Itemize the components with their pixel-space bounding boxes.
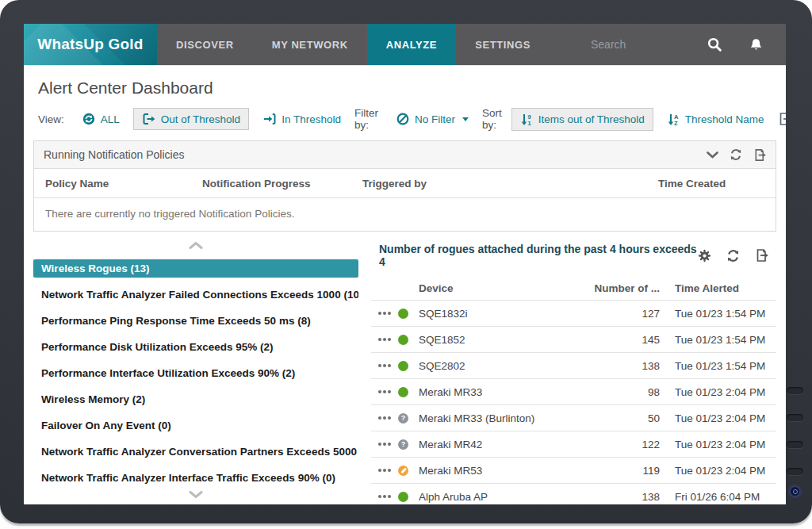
device-status-icon: [398, 439, 408, 450]
device-status-icon: [398, 309, 408, 319]
scroll-down-chevron-icon[interactable]: [33, 489, 358, 500]
view-out-of-threshold-button[interactable]: Out of Threshold: [133, 108, 249, 130]
row-menu-icon[interactable]: [371, 443, 398, 446]
rogue-count: 119: [590, 465, 660, 477]
threshold-list-item-label: Performance Interface Utilization Exceed…: [41, 367, 295, 379]
view-in-threshold-button[interactable]: In Threshold: [254, 108, 350, 130]
table-row[interactable]: Meraki MR53 119 Tue 01/23 2:04 PM: [371, 458, 776, 484]
sort-threshold-name-label: Threshold Name: [685, 113, 764, 125]
device-name: Alph Aruba AP: [419, 491, 590, 503]
arrow-in-icon: [262, 113, 276, 125]
row-menu-icon[interactable]: [371, 469, 398, 472]
page-content: Alert Center Dashboard View: ALL Out of …: [24, 65, 786, 504]
table-row[interactable]: SQE2802 138 Tue 01/23 1:54 PM: [371, 353, 776, 379]
filter-value: No Filter: [415, 113, 455, 125]
whatsup-gold-logo[interactable]: WhatsUp Gold: [24, 24, 157, 65]
threshold-list-item-label: Wireless Rogues (13): [41, 263, 149, 274]
threshold-list-item-label: Network Traffic Analyzer Failed Connecti…: [41, 289, 358, 301]
sort-alpha-icon: AZ: [667, 113, 680, 126]
col-device: Device: [419, 282, 590, 294]
sort-by-label: Sort by:: [482, 107, 502, 131]
threshold-list-item[interactable]: Performance Interface Utilization Exceed…: [33, 364, 358, 382]
export-icon[interactable]: [778, 112, 786, 126]
sort-threshold-name-button[interactable]: AZ Threshold Name: [658, 108, 773, 131]
nav-tab[interactable]: ANALYZE: [367, 24, 456, 65]
row-menu-icon[interactable]: [371, 416, 398, 420]
col-time-alerted: Time Alerted: [660, 282, 776, 294]
nav-tab-label: SETTINGS: [475, 39, 530, 51]
refresh-icon[interactable]: [726, 249, 740, 263]
export-icon[interactable]: [753, 148, 766, 162]
search-icon[interactable]: [685, 24, 744, 65]
nav-tab[interactable]: DISCOVER: [157, 24, 253, 65]
filter-by-label: Filter by:: [354, 107, 378, 131]
table-row[interactable]: Meraki MR33 (Burlinton) 50 Tue 01/23 2:0…: [371, 405, 776, 431]
row-menu-icon[interactable]: [371, 312, 398, 315]
device-name: Meraki MR33 (Burlinton): [419, 412, 590, 424]
filter-dropdown[interactable]: No Filter: [388, 108, 477, 130]
threshold-list-item[interactable]: Network Traffic Analyzer Interface Traff…: [33, 469, 358, 487]
nav-tab-label: DISCOVER: [176, 39, 234, 51]
view-out-of-threshold-label: Out of Threshold: [161, 113, 240, 125]
table-row[interactable]: SQE1852 145 Tue 01/23 1:54 PM: [371, 327, 776, 353]
notifications-bell-icon[interactable]: [744, 24, 786, 65]
table-row[interactable]: SQE1832i 127 Tue 01/23 1:54 PM: [371, 301, 776, 327]
svg-text:Z: Z: [674, 120, 678, 126]
running-policies-header: Running Notification Policies: [34, 141, 776, 169]
collapse-chevron-icon[interactable]: [707, 151, 718, 159]
row-menu-icon[interactable]: [371, 390, 398, 393]
threshold-list-item-label: Failover On Any Event (0): [41, 420, 171, 431]
nav-tab-label: ANALYZE: [386, 39, 437, 51]
monitor-bezel: WhatsUp Gold DISCOVER MY NETWORK ANALYZE…: [0, 0, 812, 523]
time-alerted: Tue 01/23 1:54 PM: [660, 360, 776, 372]
view-in-threshold-label: In Threshold: [282, 113, 341, 125]
rogues-column-headers: Device Number of ... Time Alerted: [371, 276, 776, 301]
gear-icon[interactable]: [698, 249, 711, 263]
threshold-list-item-label: Performance Disk Utilization Exceeds 95%…: [41, 341, 274, 353]
search-input[interactable]: Search: [591, 24, 626, 65]
device-name: SQE2802: [419, 360, 590, 372]
threshold-list-item[interactable]: Failover On Any Event (0): [33, 416, 358, 435]
device-status-icon: [398, 492, 408, 502]
threshold-list-item[interactable]: Wireless Memory (2): [33, 390, 358, 408]
nav-tab[interactable]: SETTINGS: [456, 24, 550, 65]
scroll-up-chevron-icon[interactable]: [33, 240, 358, 251]
rogue-count: 98: [590, 386, 660, 398]
threshold-list-item[interactable]: Network Traffic Analyzer Failed Connecti…: [33, 286, 358, 304]
row-menu-icon[interactable]: [371, 364, 398, 367]
view-all-button[interactable]: ALL: [74, 108, 128, 130]
nav-tab[interactable]: MY NETWORK: [253, 24, 367, 65]
sort-items-out-button[interactable]: 91 Items out of Threshold: [511, 108, 653, 131]
export-icon[interactable]: [755, 248, 768, 263]
refresh-icon[interactable]: [730, 148, 742, 161]
time-alerted: Tue 01/23 2:04 PM: [660, 386, 776, 398]
threshold-list: Wireless Rogues (13) Network Traffic Ana…: [33, 240, 358, 504]
table-row[interactable]: Meraki MR33 98 Tue 01/23 2:04 PM: [371, 379, 776, 405]
threshold-list-item[interactable]: Performance Ping Response Time Exceeds 5…: [33, 312, 358, 330]
view-all-label: ALL: [101, 113, 120, 125]
arrow-out-icon: [142, 113, 155, 125]
table-row[interactable]: Meraki MR42 122 Tue 01/23 2:04 PM: [371, 431, 776, 458]
time-alerted: Tue 01/23 2:04 PM: [660, 439, 776, 450]
time-alerted: Tue 01/23 2:04 PM: [660, 412, 776, 424]
threshold-list-item[interactable]: Performance Disk Utilization Exceeds 95%…: [33, 338, 358, 356]
svg-text:1: 1: [527, 120, 530, 126]
rogues-panel: Number of rogues attached during the pas…: [371, 240, 776, 504]
col-time-created: Time Created: [658, 178, 776, 190]
row-menu-icon[interactable]: [371, 495, 398, 498]
rogue-count: 127: [590, 308, 660, 320]
sort-items-out-label: Items out of Threshold: [538, 113, 645, 125]
table-row[interactable]: Alph Aruba AP 138 Fri 01/26 6:04 PM: [371, 484, 776, 504]
device-status-icon: [398, 335, 408, 345]
device-status-icon: [398, 466, 408, 476]
running-policies-panel: Running Notification Policies: [33, 140, 776, 232]
threshold-list-item[interactable]: Wireless Rogues (13): [33, 259, 358, 278]
rogue-count: 50: [590, 412, 660, 424]
device-name: Meraki MR33: [419, 386, 590, 398]
row-menu-icon[interactable]: [371, 338, 398, 341]
threshold-list-item[interactable]: Network Traffic Analyzer Conversation Pa…: [33, 443, 358, 461]
device-status-icon: [398, 361, 408, 371]
device-status-icon: [398, 387, 408, 397]
app-window: WhatsUp Gold DISCOVER MY NETWORK ANALYZE…: [24, 24, 786, 504]
threshold-list-item-label: Network Traffic Analyzer Interface Traff…: [41, 472, 335, 484]
